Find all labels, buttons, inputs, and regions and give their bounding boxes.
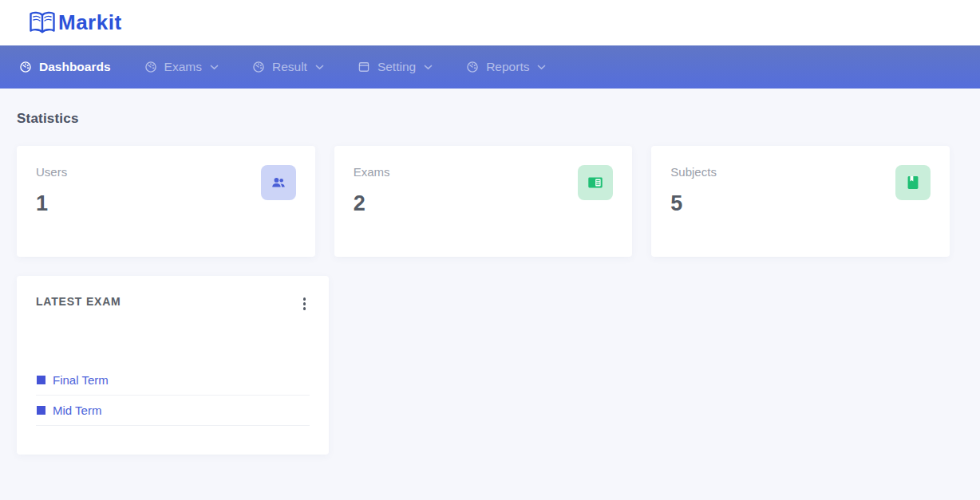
- exam-link: Final Term: [53, 373, 109, 387]
- main-content: Statistics Users 1 Exams 2: [0, 89, 980, 455]
- square-bullet-icon: [37, 376, 45, 384]
- nav-item-setting[interactable]: Setting: [358, 60, 433, 74]
- chevron-down-icon: [424, 65, 433, 70]
- exam-link: Mid Term: [53, 404, 101, 417]
- brand-name: Markit: [58, 10, 122, 35]
- nav-item-exams[interactable]: Exams: [144, 60, 219, 74]
- chevron-down-icon: [537, 65, 546, 70]
- window-icon: [358, 61, 370, 73]
- chevron-down-icon: [210, 65, 219, 70]
- nav-item-label: Dashboards: [39, 60, 111, 74]
- brand-logo[interactable]: Markit: [28, 10, 122, 36]
- nav-item-dashboards[interactable]: Dashboards: [19, 60, 111, 74]
- stat-label: Exams: [354, 165, 390, 179]
- stat-card-exams: Exams 2: [334, 146, 633, 257]
- users-icon: [261, 165, 296, 200]
- nav-item-label: Exams: [164, 60, 202, 74]
- exam-card-icon: [578, 165, 613, 200]
- kebab-menu-icon[interactable]: [299, 295, 310, 313]
- chevron-down-icon: [315, 65, 324, 70]
- stat-value: 5: [670, 191, 717, 216]
- dashboard-icon: [466, 61, 479, 73]
- nav-item-label: Reports: [486, 60, 529, 74]
- nav-item-label: Setting: [377, 60, 416, 74]
- stat-card-subjects: Subjects 5: [651, 146, 950, 257]
- nav-item-reports[interactable]: Reports: [466, 60, 546, 74]
- latest-exam-card: LATEST EXAM Final Term Mid Term: [17, 276, 329, 455]
- app-header: Markit: [0, 0, 980, 45]
- dashboard-icon: [19, 61, 32, 73]
- dashboard-icon: [252, 61, 265, 73]
- stat-value: 2: [354, 191, 390, 216]
- stat-label: Users: [36, 165, 67, 179]
- book-bookmark-icon: [895, 165, 931, 200]
- stat-label: Subjects: [670, 165, 717, 179]
- stats-row: Users 1 Exams 2: [17, 146, 950, 257]
- open-book-icon: [28, 10, 57, 36]
- dashboard-icon: [144, 61, 157, 73]
- list-item-mid-term[interactable]: Mid Term: [36, 396, 310, 426]
- latest-exam-title: LATEST EXAM: [36, 295, 121, 308]
- nav-item-label: Result: [272, 60, 307, 74]
- square-bullet-icon: [37, 406, 45, 415]
- list-item-final-term[interactable]: Final Term: [36, 365, 310, 396]
- main-navbar: Dashboards Exams Result: [0, 45, 980, 89]
- stat-value: 1: [36, 191, 67, 216]
- latest-exam-list: Final Term Mid Term: [36, 365, 310, 426]
- stat-card-users: Users 1: [17, 146, 315, 257]
- page-title: Statistics: [17, 111, 950, 127]
- nav-item-result[interactable]: Result: [252, 60, 324, 74]
